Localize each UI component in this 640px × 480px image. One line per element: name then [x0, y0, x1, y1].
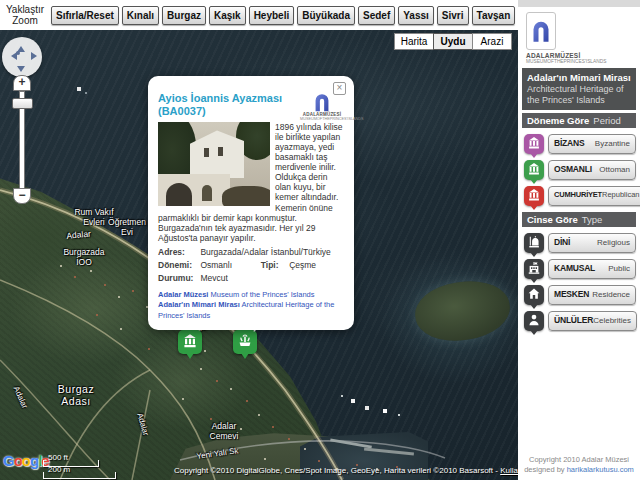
legend-item-dini[interactable]: DİNİReligious	[548, 233, 636, 253]
mosque-icon	[524, 233, 544, 253]
island-button-burgaz[interactable]: Burgaz	[162, 6, 206, 25]
map-type-uydu[interactable]: Uydu	[433, 33, 473, 50]
tipi-label: Tipi:	[261, 260, 287, 270]
house-icon	[524, 285, 544, 305]
island-button-heybeli[interactable]: Heybeli	[249, 6, 295, 25]
sidebar: ADALARMÜZESİ MUSEUMOFTHEPRINCES'ISLANDS …	[518, 0, 640, 480]
building-pin-icon	[524, 134, 544, 154]
designed-by-text: designed by	[524, 465, 564, 474]
sidebar-top-strip	[518, 0, 640, 7]
legend-row-mesken: MESKENResidence	[518, 282, 640, 308]
map-type-harita[interactable]: Harita	[394, 33, 434, 50]
attribution-text: Copyright ©2010 DigitalGlobe, Cnes/Spot …	[174, 466, 498, 475]
pan-center-icon[interactable]	[16, 51, 20, 55]
zoom-label-en: Zoom	[2, 15, 48, 27]
site-fields: Adres: Burgazada/Adalar İstanbul/Türkiye…	[158, 247, 344, 283]
temple-icon	[182, 333, 198, 349]
legend-item-mesken[interactable]: MESKENResidence	[548, 285, 636, 305]
island-button-kinali[interactable]: Kınalı	[122, 6, 159, 25]
donemi-label: Dönemi:	[158, 260, 198, 270]
app-window: Yaklaştır Zoom Sıfırla/Reset Kınalı Burg…	[0, 0, 640, 480]
tipi-value: Çeşme	[289, 260, 316, 270]
heritage-title-box: Adalar'ın Mimari Mirası Architectural He…	[522, 68, 636, 110]
site-photo	[158, 122, 270, 206]
type-header: Cinse GöreType	[522, 212, 636, 227]
legend-item-osmanli[interactable]: OSMANLIOttoman	[548, 160, 636, 180]
google-logo[interactable]: Google	[3, 452, 49, 469]
zoom-label: Yaklaştır Zoom	[2, 4, 48, 27]
reset-button[interactable]: Sıfırla/Reset	[51, 6, 119, 25]
photo-arch-window	[202, 185, 212, 201]
popup-links: Adalar Müzesi Museum of the Princes' Isl…	[158, 290, 344, 323]
museum-arch-icon	[313, 92, 331, 112]
map-type-control: Harita Uydu Arazi	[395, 33, 512, 50]
photo-foreground	[222, 186, 270, 206]
legend-row-unluler: ÜNLÜLERCelebrities	[518, 308, 640, 334]
period-header: Döneme GörePeriod	[522, 113, 636, 128]
terms-link[interactable]: Kullanım Şartları	[500, 466, 518, 475]
adres-value: Burgazada/Adalar İstanbul/Türkiye	[200, 247, 330, 257]
map-label-adalar-cemevi: Adalar Cemevi	[198, 422, 250, 442]
designer-link[interactable]: harikalarkutusu.com	[567, 465, 634, 474]
map-attribution: Copyright ©2010 DigitalGlobe, Cnes/Spot …	[174, 466, 514, 475]
island-button-buyukada[interactable]: Büyükada	[297, 6, 355, 25]
legend-row-kamusal: KAMUSALPublic	[518, 256, 640, 282]
map-marker-fountain[interactable]	[233, 330, 257, 354]
building-pin-icon	[524, 160, 544, 180]
brand-line-en: MUSEUMOFTHEPRINCES'ISLANDS	[526, 59, 640, 64]
pan-right-icon[interactable]	[31, 52, 41, 60]
popup-title: Ayios İoannis Ayazması (BA0037)	[158, 92, 298, 118]
boats	[0, 30, 2, 32]
scale-line-metric	[43, 472, 116, 479]
durumu-label: Durumu:	[158, 273, 198, 283]
info-window: × Ayios İoannis Ayazması (BA0037) ADALAR…	[148, 76, 354, 330]
fountain-icon	[237, 333, 253, 349]
legend-item-unluler[interactable]: ÜNLÜLERCelebrities	[548, 311, 637, 331]
legend-row-bizans: BİZANSByzantine	[518, 131, 640, 157]
map-marker-building[interactable]	[178, 330, 202, 354]
legend-item-cumhuriyet[interactable]: CUMHURİYETRepublican	[548, 186, 640, 206]
map-canvas[interactable]: Rum Vakıf Evleri Öğretmen Evi Adalar Bur…	[0, 30, 518, 480]
museum-logo-text-en: MUSEUMOFTHEPRINCES'ISLANDS	[300, 117, 344, 121]
island-button-yassi[interactable]: Yassı	[398, 6, 434, 25]
sidebar-logo-block: ADALARMÜZESİ MUSEUMOFTHEPRINCES'ISLANDS	[518, 7, 640, 64]
island-button-kasik[interactable]: Kaşık	[209, 6, 246, 25]
island-button-sivri[interactable]: Sivri	[437, 6, 469, 25]
legend-row-osmanli: OSMANLIOttoman	[518, 157, 640, 183]
popup-body: 1896 yılında kilise ile birlikte yapılan…	[158, 122, 344, 242]
building-pin-icon	[524, 186, 544, 206]
donemi-value: Osmanlı	[200, 260, 258, 270]
museum-logo-link[interactable]	[526, 12, 556, 50]
brand-line-tr: ADALARMÜZESİ	[526, 52, 640, 59]
legend-item-kamusal[interactable]: KAMUSALPublic	[548, 259, 636, 279]
map-label-burgazada-ioo: Burgazada İOO	[58, 248, 110, 268]
map-label-burgaz-adasi: Burgaz Adası	[44, 383, 108, 407]
zoom-in-button[interactable]: +	[13, 75, 31, 91]
heritage-link[interactable]: Adalar'ın Mimari Mirası Architectural He…	[158, 300, 344, 322]
legend-item-bizans[interactable]: BİZANSByzantine	[548, 134, 636, 154]
legend-row-dini: DİNİReligious	[518, 230, 640, 256]
map-label-ogretmen-evi: Öğretmen Evi	[104, 218, 150, 238]
island-toolbar: Yaklaştır Zoom Sıfırla/Reset Kınalı Burg…	[0, 0, 518, 30]
museum-arch-icon	[531, 18, 551, 44]
durumu-value: Mevcut	[200, 273, 227, 283]
museum-logo: ADALARMÜZESİ MUSEUMOFTHEPRINCES'ISLANDS	[300, 92, 344, 121]
public-building-icon	[524, 259, 544, 279]
legend-row-cumhuriyet: CUMHURİYETRepublican	[518, 183, 640, 209]
sidebar-copyright: Copyright 2010 Adalar Müzesi designed by…	[518, 455, 640, 475]
zoom-out-button[interactable]: −	[13, 188, 31, 204]
island-button-tavsan[interactable]: Tavşan	[472, 6, 516, 25]
museum-link[interactable]: Adalar Müzesi Museum of the Princes' Isl…	[158, 290, 344, 301]
zoom-label-tr: Yaklaştır	[2, 4, 48, 16]
photo-window	[218, 147, 223, 156]
zoom-slider-handle[interactable]	[12, 98, 33, 109]
copyright-text: Copyright 2010 Adalar Müzesi	[518, 455, 640, 465]
heritage-title: Adalar'ın Mimari Mirası	[527, 72, 631, 83]
island-button-sedef[interactable]: Sedef	[358, 6, 395, 25]
adres-label: Adres:	[158, 247, 198, 257]
photo-window	[204, 148, 209, 157]
pan-control[interactable]	[2, 37, 42, 77]
photo-arch-door	[166, 183, 192, 206]
map-type-arazi[interactable]: Arazi	[472, 33, 512, 50]
person-icon	[524, 311, 544, 331]
